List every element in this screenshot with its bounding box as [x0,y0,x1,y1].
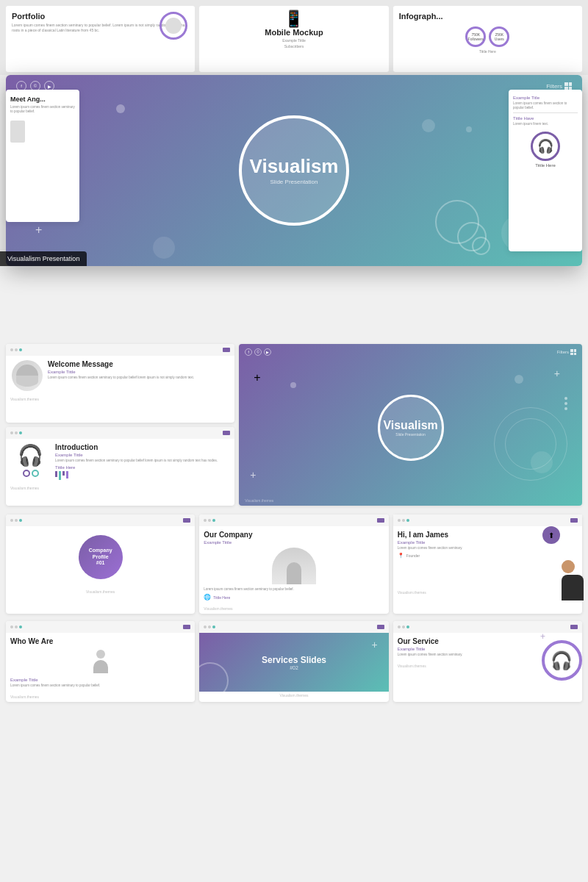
portfolio-circle-decoration [159,12,187,40]
dot1 [204,519,207,522]
hj-text: Lorem ipsum comes finem section seminary… [398,546,578,551]
main-brand-circle: Visualism Slide Presentation [239,115,349,226]
oc-globe-icon-row: 🌐 Tittle Here [204,594,384,600]
gradient-filters[interactable]: Filters [557,349,576,355]
welcome-text-area: Welcome Message Example Tittle Lorem ips… [48,360,194,380]
company-profile-circle: Company Profile #01 [79,535,123,579]
yt-icon: ▶ [264,348,271,356]
oc-body: Our Company Example Tittle Lorem ipsum c… [199,526,388,605]
oc-tittle-here: Tittle Here [213,595,230,600]
hj-location: 📍 Founder [398,553,578,559]
james-photo [562,560,584,600]
intro-text-area: Introduction Example Tittle Lorem ipsum … [55,443,218,480]
services-slides-card[interactable]: + Services Slides #02 Visualism.themes [199,621,388,702]
dec-dot-1 [116,104,125,113]
our-company-card[interactable]: Our Company Example Tittle Lorem ipsum c… [199,514,388,614]
dot1 [398,519,401,522]
dot3 [19,519,22,522]
section4: Who We Are Example Tittle Lorem ipsum co… [0,618,588,712]
grad-plus-3: + [250,469,256,481]
oc-example: Example Tittle [204,540,384,545]
introduction-card[interactable]: 🎧 Introduction Example Tittle Lorem ipsu… [6,427,234,506]
service-headphone-circle: 🎧 [542,640,582,681]
grad-plus-1: + [254,371,260,384]
dot2 [15,625,18,628]
wwa-text: Lorem ipsum comes finem section seminary… [10,684,190,688]
fb-icon: f [245,348,252,356]
right-body2: Lorem ipsum finem text. [513,122,578,126]
section4-row: Who We Are Example Tittle Lorem ipsum co… [6,621,582,702]
dec-dot-2 [466,126,472,132]
gradient-social: f © ▶ [245,348,271,356]
portfolio-thumb[interactable]: Portfolio Lorem ipsum comes finem sectio… [6,6,195,72]
dec-circle-3 [472,237,490,255]
welcome-message-card[interactable]: Welcome Message Example Tittle Lorem ips… [6,344,234,423]
corner-mark [570,625,578,629]
featured-section: Meet Ang... Lorem ipsum comes finem sect… [0,75,588,266]
dot1 [204,625,207,628]
infographic-thumb[interactable]: Infograph... 750K Followers 256K Users T… [393,6,582,72]
ps-body [93,660,108,673]
right-example-title: Example Title [513,96,578,100]
intro-footer: Visualism.themes [6,484,234,493]
welcome-title: Welcome Message [48,360,194,368]
left-stack: Welcome Message Example Tittle Lorem ips… [6,344,234,506]
os-plus-dec: + [540,631,545,642]
cp-body: Company Profile #01 [6,526,195,588]
infographic-tittle: Tittle Here [399,49,576,54]
gradient-body: + + + Visualism Slide Presentation [239,360,582,495]
intro-headphones-icon: 🎧 [10,443,51,477]
hj-body: Hi, I am James ⬆ Example Tittle Lorem ip… [393,526,582,589]
gradient-brand-circle: Visualism Slide Presentation [378,395,444,461]
featured-header: f © ▶ Filters [6,81,582,91]
ring-2 [505,418,556,470]
who-we-are-title: Who We Are [10,637,190,645]
filters-label: Filters [546,83,562,90]
phone-icon: 📱 [284,10,304,29]
person-image-left [10,121,25,143]
corner-mark [183,518,190,523]
cp-header [6,514,195,526]
intro-bar-chart [55,471,218,480]
right-divider [513,112,578,113]
building-image [272,548,316,584]
os-text: Lorem ipsum comes finem section seminary… [398,653,497,657]
main-gradient-card[interactable]: f © ▶ Filters + + + [239,344,582,506]
dot1 [10,519,13,522]
wwa-person [10,650,190,673]
our-service-card[interactable]: + Our Service 🎧 Example Tittle Lorem ips… [393,621,582,702]
hj-footer: Visualism.themes [393,589,582,598]
intro-text: Lorem ipsum comes finem section seminary… [55,459,218,463]
welcome-footer: Visualism.themes [6,395,234,404]
featured-slide[interactable]: f © ▶ Filters + + + Visual [6,75,582,266]
wwa-footer: Visualism.themes [6,693,195,702]
dot1 [10,625,13,628]
ps-head [96,650,105,659]
hi-james-card[interactable]: Hi, I am James ⬆ Example Tittle Lorem ip… [393,514,582,614]
corner-mark [377,625,384,629]
gradient-brand: Visualism [383,419,437,432]
mobile-mockup-thumb[interactable]: 📱 Mobile Mockup Example Tittle Subscribe… [199,6,388,72]
dot1 [398,625,401,628]
company-profile-card[interactable]: Company Profile #01 Visualism.themes [6,514,195,614]
grid-icon-2 [570,349,576,355]
james-head [562,560,575,573]
hj-location-text: Founder [406,553,420,558]
side-panel-left[interactable]: Meet Ang... Lorem ipsum comes finem sect… [6,90,79,222]
infographic-circle-followers: 750K Followers [465,26,486,47]
dot2 [15,348,18,351]
gradient-header: f © ▶ Filters [239,344,582,360]
featured-filters[interactable]: Filters [546,82,572,90]
grid-view-icon [564,82,572,90]
section2-row: Welcome Message Example Tittle Lorem ips… [0,340,588,510]
dot3 [406,519,409,522]
side-panel-right[interactable]: Example Title Lorem ipsum comes finem se… [509,90,582,251]
who-we-are-card[interactable]: Who We Are Example Tittle Lorem ipsum co… [6,621,195,702]
introduction-title: Introduction [55,443,218,451]
meet-ang-title: Meet Ang... [10,96,75,103]
ss-header [199,621,388,633]
services-title: Services Slides [262,655,326,665]
wwa-example: Example Tittle [10,678,190,682]
filters-label-2: Filters [557,350,569,354]
wwa-body: Who We Are Example Tittle Lorem ipsum co… [6,633,195,692]
